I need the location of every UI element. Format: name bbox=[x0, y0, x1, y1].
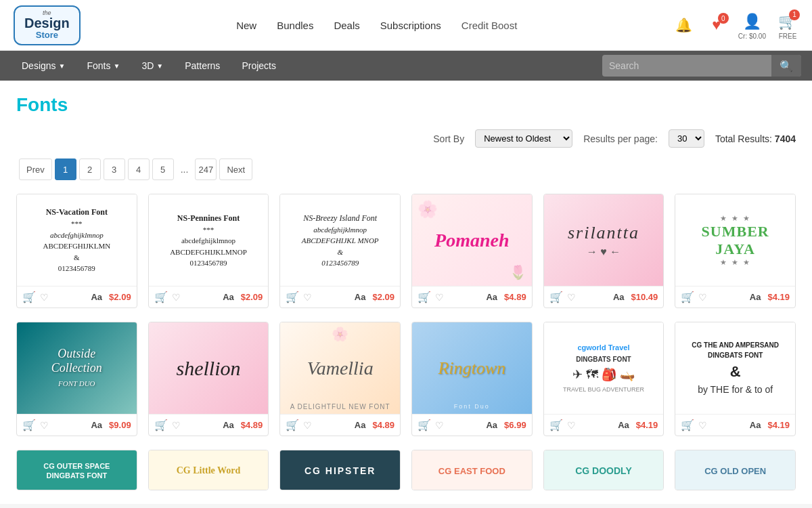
font-card-1: NS-Vacation Font *** abcdefghijklmnop AB… bbox=[16, 194, 137, 308]
logo-the: the bbox=[24, 9, 70, 16]
add-to-cart-10[interactable]: 🛒 bbox=[418, 419, 431, 431]
fonts-arrow: ▼ bbox=[114, 62, 120, 70]
font-preview-4: 🌸 🌷 Pomaneh bbox=[412, 194, 532, 286]
sub-nav: Designs ▼ Fonts ▼ 3D ▼ Patterns Projects… bbox=[0, 51, 812, 81]
font-card-6: ★ ★ ★ SUMBERJAYA ★ ★ ★ 🛒 ♡ Aa $4.19 bbox=[675, 194, 796, 308]
wishlist-9[interactable]: ♡ bbox=[303, 420, 312, 431]
aa-badge-4: Aa bbox=[486, 292, 497, 302]
font-grid-row1: NS-Vacation Font *** abcdefghijklmnop AB… bbox=[16, 194, 796, 308]
page-last[interactable]: 247 bbox=[195, 158, 217, 180]
page-prev[interactable]: Prev bbox=[19, 158, 52, 180]
aa-badge-9: Aa bbox=[355, 420, 366, 430]
font-preview-1: NS-Vacation Font *** abcdefghijklmnop AB… bbox=[17, 194, 137, 286]
wishlist-10[interactable]: ♡ bbox=[435, 420, 444, 431]
font-preview-2: NS-Pennines Font *** abcdefghijklmnop AB… bbox=[149, 194, 269, 286]
logo[interactable]: the Design Store bbox=[14, 5, 81, 45]
wishlist-8[interactable]: ♡ bbox=[172, 420, 181, 431]
font-card-16: CG EAST FOOD bbox=[411, 450, 533, 490]
font-preview-18: CG OLD OPEN bbox=[675, 450, 795, 490]
page-1[interactable]: 1 bbox=[55, 158, 76, 180]
font-card-15: CG HIPSTER bbox=[279, 450, 401, 490]
3d-arrow: ▼ bbox=[156, 62, 163, 70]
wishlist-1[interactable]: ♡ bbox=[40, 292, 49, 303]
account-button[interactable]: 👤 Cr: $0.00 bbox=[738, 11, 766, 40]
font-card-8-actions: 🛒 ♡ Aa $4.89 bbox=[149, 414, 269, 436]
search-button[interactable]: 🔍 bbox=[771, 55, 801, 77]
page-4[interactable]: 4 bbox=[128, 158, 150, 180]
wishlist-7[interactable]: ♡ bbox=[40, 420, 49, 431]
nav-subscriptions[interactable]: Subscriptions bbox=[380, 20, 441, 31]
page-2[interactable]: 2 bbox=[79, 158, 101, 180]
font-card-14: CG Little Word bbox=[148, 450, 269, 490]
font-preview-9: 🌸 Vamellia A DELIGHTFUL NEW FONT bbox=[280, 322, 400, 414]
font-card-12-actions: 🛒 ♡ Aa $4.19 bbox=[675, 414, 795, 436]
aa-badge-2: Aa bbox=[223, 292, 234, 302]
pagination: Prev 1 2 3 4 5 ... 247 Next bbox=[16, 158, 796, 180]
font-preview-7: OutsideCollectionFONT DUO bbox=[17, 322, 137, 414]
wishlist-11[interactable]: ♡ bbox=[567, 420, 576, 431]
subnav-fonts[interactable]: Fonts ▼ bbox=[76, 51, 131, 81]
wishlist-3[interactable]: ♡ bbox=[303, 292, 312, 303]
designs-arrow: ▼ bbox=[59, 62, 66, 70]
add-to-cart-3[interactable]: 🛒 bbox=[286, 291, 299, 303]
font-card-10: Ringtown Font Duo 🛒 ♡ Aa $6.99 bbox=[411, 322, 533, 436]
nav-credit-boost[interactable]: Credit Boost bbox=[461, 20, 518, 31]
price-8: $4.89 bbox=[241, 420, 263, 430]
wishlist-5[interactable]: ♡ bbox=[567, 292, 576, 303]
font-card-5: srilantta → ♥ ← 🛒 ♡ Aa $10.49 bbox=[543, 194, 664, 308]
add-to-cart-11[interactable]: 🛒 bbox=[549, 419, 563, 431]
wishlist-6[interactable]: ♡ bbox=[698, 292, 707, 303]
search-bar: 🔍 bbox=[602, 55, 801, 77]
page-dots: ... bbox=[177, 164, 193, 175]
results-per-page-select[interactable]: 30 60 90 bbox=[669, 129, 704, 148]
aa-badge-3: Aa bbox=[355, 292, 366, 302]
nav-new[interactable]: New bbox=[236, 20, 256, 31]
subnav-patterns[interactable]: Patterns bbox=[174, 51, 231, 81]
nav-deals[interactable]: Deals bbox=[334, 20, 359, 31]
add-to-cart-12[interactable]: 🛒 bbox=[681, 419, 694, 431]
font-preview-5: srilantta → ♥ ← bbox=[544, 194, 664, 286]
subnav-designs[interactable]: Designs ▼ bbox=[11, 51, 76, 81]
bell-icon: 🔔 bbox=[673, 14, 695, 36]
font-card-7: OutsideCollectionFONT DUO 🛒 ♡ Aa $9.09 bbox=[16, 322, 137, 436]
cart-button[interactable]: 🛒 1 FREE bbox=[777, 11, 798, 40]
font-card-4: 🌸 🌷 Pomaneh 🛒 ♡ Aa $4.89 bbox=[411, 194, 533, 308]
total-results: Total Results: 7404 bbox=[715, 133, 796, 144]
search-input[interactable] bbox=[602, 60, 771, 71]
aa-badge-1: Aa bbox=[91, 292, 102, 302]
page-next[interactable]: Next bbox=[219, 158, 252, 180]
wishlist-button[interactable]: ♥ 0 bbox=[706, 14, 727, 36]
wishlist-2[interactable]: ♡ bbox=[172, 292, 181, 303]
nav-bundles[interactable]: Bundles bbox=[277, 20, 313, 31]
price-2: $2.09 bbox=[241, 292, 263, 302]
add-to-cart-4[interactable]: 🛒 bbox=[418, 291, 431, 303]
add-to-cart-5[interactable]: 🛒 bbox=[549, 291, 563, 303]
font-preview-8: shellion bbox=[149, 322, 269, 414]
sort-select[interactable]: Newest to Oldest Oldest to Newest Price:… bbox=[475, 129, 572, 148]
font-preview-10: Ringtown Font Duo bbox=[412, 322, 532, 414]
subnav-3d[interactable]: 3D ▼ bbox=[131, 51, 174, 81]
price-6: $4.19 bbox=[767, 292, 790, 302]
font-card-2-actions: 🛒 ♡ Aa $2.09 bbox=[149, 286, 269, 308]
add-to-cart-9[interactable]: 🛒 bbox=[286, 419, 299, 431]
font-grid-row3: CG OUTER SPACEDINGBATS FONT CG Little Wo… bbox=[16, 450, 796, 490]
page-3[interactable]: 3 bbox=[104, 158, 125, 180]
add-to-cart-6[interactable]: 🛒 bbox=[681, 291, 694, 303]
add-to-cart-1[interactable]: 🛒 bbox=[22, 291, 36, 303]
add-to-cart-2[interactable]: 🛒 bbox=[154, 291, 168, 303]
add-to-cart-8[interactable]: 🛒 bbox=[154, 419, 168, 431]
wishlist-12[interactable]: ♡ bbox=[698, 420, 707, 431]
subnav-projects[interactable]: Projects bbox=[231, 51, 287, 81]
add-to-cart-7[interactable]: 🛒 bbox=[22, 419, 36, 431]
font-card-13: CG OUTER SPACEDINGBATS FONT bbox=[16, 450, 137, 490]
font-preview-15: CG HIPSTER bbox=[280, 450, 400, 490]
font-grid-row2: OutsideCollectionFONT DUO 🛒 ♡ Aa $9.09 s… bbox=[16, 322, 796, 436]
aa-badge-11: Aa bbox=[618, 420, 629, 430]
logo-design: Design bbox=[24, 16, 70, 30]
page-5[interactable]: 5 bbox=[152, 158, 174, 180]
wishlist-4[interactable]: ♡ bbox=[435, 292, 444, 303]
font-card-12: CG THE AND AMPERSAND DINGBATS FONT & by … bbox=[675, 322, 796, 436]
font-preview-6: ★ ★ ★ SUMBERJAYA ★ ★ ★ bbox=[675, 194, 795, 286]
notifications-button[interactable]: 🔔 bbox=[673, 14, 695, 36]
font-preview-12: CG THE AND AMPERSAND DINGBATS FONT & by … bbox=[675, 322, 795, 414]
